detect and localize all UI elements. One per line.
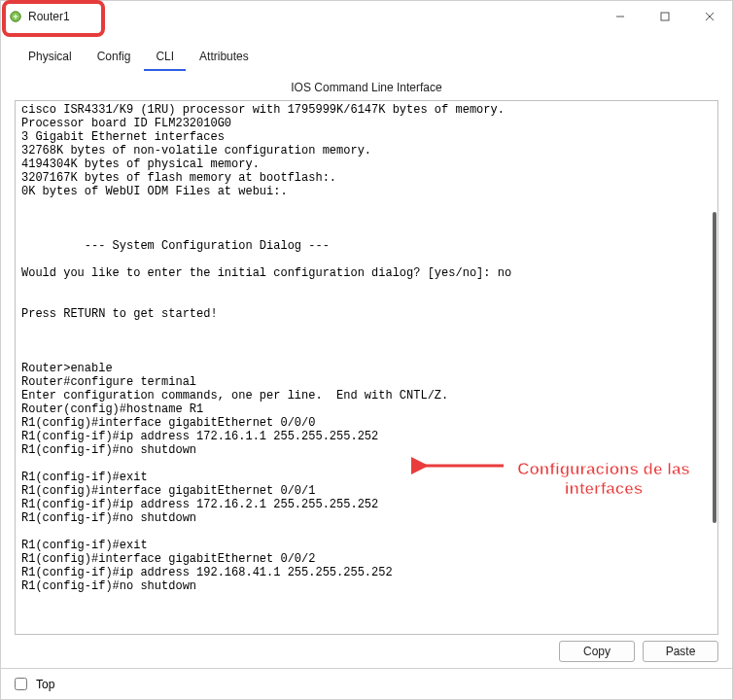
close-icon	[705, 12, 715, 21]
cli-terminal[interactable]: cisco ISR4331/K9 (1RU) processor with 17…	[16, 101, 717, 634]
top-label: Top	[36, 678, 54, 691]
scrollbar[interactable]	[713, 105, 716, 630]
tabs: Physical Config CLI Attributes	[17, 44, 726, 71]
maximize-icon	[660, 12, 670, 21]
tab-cli[interactable]: CLI	[144, 44, 186, 71]
tab-attributes[interactable]: Attributes	[188, 44, 261, 71]
button-row: Copy Paste	[7, 635, 726, 668]
tab-physical[interactable]: Physical	[17, 44, 84, 71]
window-title: Router1	[28, 10, 70, 23]
content-area: Physical Config CLI Attributes IOS Comma…	[1, 32, 732, 668]
window-router1: Router1 Physical Config CLI Attributes I…	[0, 0, 733, 700]
tab-config[interactable]: Config	[86, 44, 143, 71]
panel-title: IOS Command Line Interface	[7, 71, 726, 100]
minimize-icon	[615, 12, 625, 21]
svg-rect-1	[661, 13, 669, 20]
titlebar-left: Router1	[9, 10, 70, 23]
top-checkbox[interactable]	[15, 678, 27, 690]
app-icon	[9, 10, 22, 23]
maximize-button[interactable]	[643, 1, 687, 32]
titlebar: Router1	[1, 1, 732, 32]
terminal-wrap: cisco ISR4331/K9 (1RU) processor with 17…	[15, 100, 718, 635]
bottom-bar: Top	[1, 668, 732, 699]
paste-button[interactable]: Paste	[643, 641, 718, 662]
window-controls	[598, 1, 732, 32]
copy-button[interactable]: Copy	[559, 641, 635, 662]
minimize-button[interactable]	[598, 1, 643, 32]
scrollbar-thumb[interactable]	[713, 212, 716, 523]
close-button[interactable]	[687, 1, 732, 32]
